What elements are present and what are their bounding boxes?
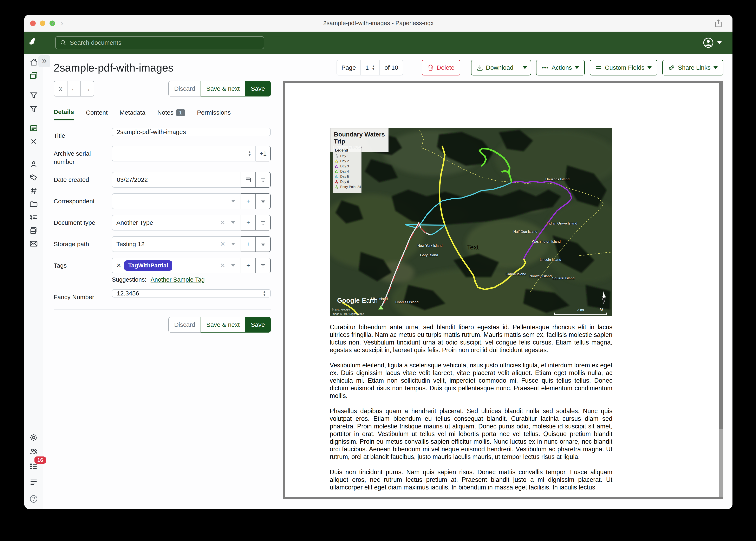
sidebar-item-correspondents[interactable] — [29, 160, 38, 169]
legend-entry: Entry Point 24 — [335, 185, 359, 189]
correspondent-suggestions-button[interactable] — [255, 194, 271, 209]
previous-document-button[interactable]: ← — [67, 81, 81, 97]
sidebar-close-document-icon[interactable] — [29, 137, 38, 146]
tab-notes[interactable]: Notes1 — [157, 109, 185, 120]
browser-forward-icon[interactable]: › — [60, 19, 63, 28]
calendar-button[interactable] — [241, 172, 256, 188]
add-storage-path-button[interactable]: + — [241, 236, 256, 252]
caret-down-icon — [231, 243, 235, 245]
date-created-label: Date created — [54, 172, 112, 188]
paperless-logo-icon[interactable] — [24, 37, 43, 48]
user-menu[interactable] — [703, 37, 722, 48]
sidebar-item-document-types[interactable] — [29, 186, 38, 195]
island-label: Canoe Island — [506, 272, 526, 276]
sidebar-item-help[interactable] — [29, 494, 38, 503]
asn-input[interactable]: ▲▼ — [112, 146, 256, 162]
sidebar-expand-button[interactable]: » — [38, 55, 50, 67]
document-type-label: Document type — [54, 215, 112, 231]
caret-down-icon — [575, 66, 579, 69]
suggestions-icon — [260, 220, 266, 226]
sidebar-item-dashboard[interactable] — [29, 58, 38, 67]
storage-path-suggestions-button[interactable] — [255, 236, 271, 252]
add-document-type-button[interactable]: + — [241, 215, 256, 231]
sidebar-item-documents[interactable] — [29, 71, 38, 80]
custom-fields-button[interactable]: Custom Fields — [590, 60, 657, 76]
add-tag-button[interactable]: + — [241, 258, 256, 273]
island-label: New York Island — [417, 244, 443, 248]
clear-icon[interactable]: ✕ — [220, 262, 225, 269]
close-window-button[interactable] — [30, 20, 36, 26]
save-button[interactable]: Save — [245, 81, 271, 97]
remove-tag-icon[interactable]: ✕ — [116, 262, 121, 269]
asn-stepper-icon[interactable]: ▲▼ — [248, 151, 251, 157]
delete-button[interactable]: Delete — [422, 60, 460, 76]
suggestions-icon — [260, 177, 266, 183]
sidebar-item-tasks[interactable]: 16 — [29, 462, 38, 471]
sidebar-item-custom-fields[interactable] — [29, 213, 38, 222]
add-correspondent-button[interactable]: + — [241, 194, 256, 209]
title-input-value[interactable] — [116, 128, 266, 136]
search-placeholder: Search documents — [70, 39, 121, 46]
map-text-annotation: Text — [467, 244, 479, 251]
browser-back-icon[interactable]: ‹ — [52, 19, 54, 28]
legend-entry: Day 4 — [335, 170, 359, 173]
tab-metadata[interactable]: Metadata — [119, 109, 145, 120]
tab-content[interactable]: Content — [86, 109, 107, 120]
next-document-button[interactable]: → — [80, 81, 94, 97]
clear-icon[interactable]: ✕ — [220, 241, 225, 248]
storage-path-select[interactable]: Testing 12 ✕ — [112, 236, 241, 252]
storage-path-label: Storage path — [54, 236, 112, 252]
actions-button[interactable]: ••• Actions — [536, 60, 585, 76]
save-button-bottom[interactable]: Save — [245, 317, 271, 332]
map-copyright-2: Image © 2017 DigitalGlobe — [332, 312, 364, 315]
page-stepper-icon[interactable]: ▲▼ — [372, 65, 375, 71]
sidebar-item-storage-paths[interactable] — [29, 200, 38, 209]
legend-entry: Day 5 — [335, 175, 359, 179]
sidebar-item-settings[interactable] — [29, 433, 38, 442]
download-caret-button[interactable] — [519, 60, 531, 76]
minimize-window-button[interactable] — [40, 20, 45, 26]
sidebar-item-saved-view-2[interactable] — [29, 104, 38, 113]
sidebar-item-pages[interactable] — [29, 226, 38, 235]
document-preview-pane[interactable]: Boundary Waters Trip Six days in BWCA Le… — [283, 81, 723, 499]
trash-icon — [428, 64, 434, 71]
sidebar-item-open-document[interactable] — [29, 124, 38, 133]
share-links-button[interactable]: Share Links — [662, 60, 723, 76]
fancy-number-input[interactable]: ▲▼ — [112, 289, 271, 297]
sidebar-item-tags[interactable] — [29, 173, 38, 182]
clear-icon[interactable]: ✕ — [220, 219, 225, 226]
tab-details[interactable]: Details — [54, 109, 74, 120]
date-created-input[interactable] — [112, 172, 241, 188]
search-input[interactable]: Search documents — [55, 36, 264, 49]
document-type-suggestions-button[interactable] — [255, 215, 271, 231]
tab-permissions[interactable]: Permissions — [197, 109, 231, 120]
tag-suggestion-link[interactable]: Another Sample Tag — [151, 276, 205, 283]
title-input[interactable] — [112, 128, 271, 136]
correspondent-select[interactable] — [112, 194, 241, 209]
caret-down-icon — [647, 66, 652, 69]
fancy-number-stepper-icon[interactable]: ▲▼ — [263, 290, 266, 296]
sidebar-item-mail[interactable] — [29, 239, 38, 248]
save-and-next-button-bottom[interactable]: Save & next — [201, 317, 246, 332]
share-icon[interactable] — [715, 19, 722, 27]
document-text: Curabitur bibendum ante urna, sed blandi… — [330, 323, 612, 491]
tags-suggestions-button[interactable] — [255, 258, 271, 273]
download-button[interactable]: Download — [471, 60, 519, 76]
close-editor-button[interactable]: x — [54, 81, 67, 97]
discard-button[interactable]: Discard — [168, 81, 201, 97]
tag-chip[interactable]: TagWithPartial — [124, 261, 172, 271]
user-avatar-icon — [703, 37, 714, 48]
sidebar-item-logs[interactable] — [29, 477, 38, 487]
tags-select[interactable]: ✕ TagWithPartial ✕ — [112, 258, 241, 273]
legend-entry: Day 6 — [335, 180, 359, 184]
sidebar-item-users-groups[interactable] — [29, 447, 38, 456]
discard-button-bottom[interactable]: Discard — [168, 317, 201, 332]
legend-entry: Day 2 — [335, 159, 359, 163]
asn-plus-one-button[interactable]: +1 — [255, 146, 271, 162]
document-type-select[interactable]: Another Type ✕ — [112, 215, 241, 231]
page-number-input[interactable]: 1 ▲▼ — [360, 60, 380, 75]
save-and-next-button[interactable]: Save & next — [201, 81, 246, 97]
date-suggestions-button[interactable] — [255, 172, 271, 188]
sidebar-item-saved-view-1[interactable] — [29, 91, 38, 100]
preview-scrollbar-thumb[interactable] — [719, 429, 723, 497]
